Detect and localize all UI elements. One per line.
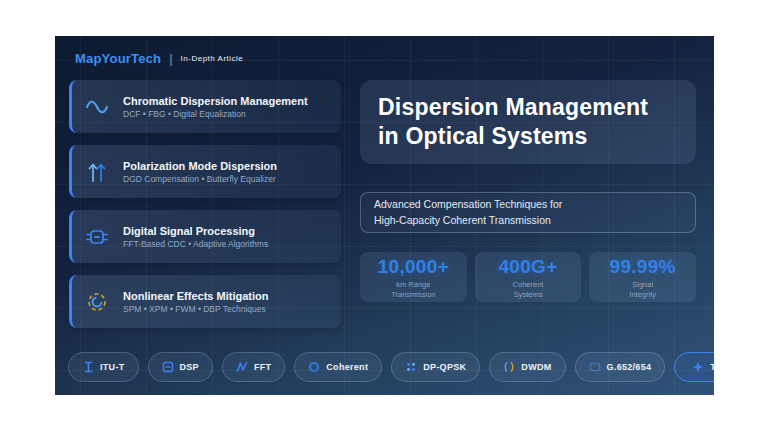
sine-wave-icon <box>84 94 110 120</box>
topic-subtitle: SPM • XPM • FWM • DBP Techniques <box>123 304 268 314</box>
topic-card-digital-signal-processing[interactable]: Digital Signal Processing FFT-Based CDC … <box>69 210 341 263</box>
stat-label: Coherent Systems <box>513 280 544 300</box>
stat-coherent-systems: 400G+ Coherent Systems <box>475 252 582 302</box>
tag-dp-qpsk[interactable]: DP-QPSK <box>391 352 480 382</box>
dsp-chip-icon <box>84 224 110 250</box>
brand-header: MapYourTech | In-Depth Article <box>75 51 243 66</box>
i-beam-icon <box>82 361 94 373</box>
tag-dsp[interactable]: DSP <box>148 352 213 382</box>
brand-tagline: In-Depth Article <box>181 54 244 63</box>
topic-subtitle: FFT-Based CDC • Adaptive Algorithms <box>123 239 268 249</box>
constellation-dots-icon <box>405 361 417 373</box>
ring-icon <box>308 361 320 373</box>
brand-logo-text: MapYourTech <box>75 51 161 66</box>
waveform-icon <box>236 361 248 373</box>
topic-subtitle: DGD Compensation • Butterfly Equalizer <box>123 174 277 184</box>
stat-value: 400G+ <box>498 256 557 278</box>
tag-coherent[interactable]: Coherent <box>294 352 382 382</box>
hero-subtitle-panel: Advanced Compensation Techniques for Hig… <box>360 192 696 233</box>
chip-square-icon <box>162 361 174 373</box>
topic-title: Chromatic Dispersion Management <box>123 95 308 107</box>
stat-value: 10,000+ <box>378 256 449 278</box>
page-title: Dispersion Management in Optical Systems <box>378 93 678 152</box>
topic-title: Digital Signal Processing <box>123 225 268 237</box>
tag-g652-654[interactable]: G.652/654 <box>575 352 666 382</box>
stats-row: 10,000+ km Range Transmission 400G+ Cohe… <box>360 252 696 302</box>
parentheses-icon <box>503 361 515 373</box>
star-icon <box>692 361 704 373</box>
stat-label: Signal Integrity <box>629 280 656 300</box>
orbit-ring-icon <box>84 289 110 315</box>
hero-title-panel: Dispersion Management in Optical Systems <box>360 80 696 164</box>
stat-km-range: 10,000+ km Range Transmission <box>360 252 467 302</box>
tag-row: ITU-T DSP FFT <box>68 352 703 382</box>
stat-value: 99.99% <box>610 256 676 278</box>
double-up-arrows-icon <box>84 159 110 185</box>
topic-list: Chromatic Dispersion Management DCF • FB… <box>69 80 341 328</box>
topic-card-polarization-mode[interactable]: Polarization Mode Dispersion DGD Compens… <box>69 145 341 198</box>
tag-itu-t[interactable]: ITU-T <box>68 352 139 382</box>
brand-divider: | <box>169 52 172 66</box>
topic-subtitle: DCF • FBG • Digital Equalization <box>123 109 308 119</box>
topic-title: Polarization Mode Dispersion <box>123 160 277 172</box>
fiber-icon <box>589 361 601 373</box>
topic-title: Nonlinear Effects Mitigation <box>123 290 268 302</box>
stat-signal-integrity: 99.99% Signal Integrity <box>589 252 696 302</box>
slide-canvas: MapYourTech | In-Depth Article Chromatic… <box>55 36 714 395</box>
tag-fft[interactable]: FFT <box>222 352 285 382</box>
tag-technology[interactable]: Technology <box>674 352 714 382</box>
topic-card-nonlinear-effects[interactable]: Nonlinear Effects Mitigation SPM • XPM •… <box>69 275 341 328</box>
tag-dwdm[interactable]: DWDM <box>489 352 565 382</box>
page-subtitle: Advanced Compensation Techniques for Hig… <box>374 197 682 227</box>
stat-label: km Range Transmission <box>391 280 435 300</box>
topic-card-chromatic-dispersion[interactable]: Chromatic Dispersion Management DCF • FB… <box>69 80 341 133</box>
